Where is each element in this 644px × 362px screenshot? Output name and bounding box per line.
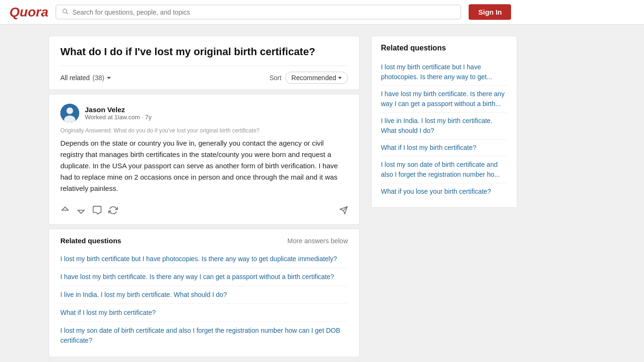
sort-button[interactable]: Recommended (285, 72, 348, 84)
sidebar-title: Related questions (381, 44, 507, 52)
svg-point-3 (66, 107, 73, 114)
related-inline-card: Related questions More answers below I l… (49, 229, 360, 357)
related-link-1[interactable]: I lost my birth certificate but I have p… (60, 250, 348, 268)
sidebar-card: Related questions I lost my birth certif… (371, 36, 517, 208)
more-answers-below: More answers below (288, 237, 348, 245)
related-link-3[interactable]: I live in India. I lost my birth certifi… (60, 286, 348, 304)
sort-chevron-icon (338, 77, 342, 79)
sign-in-button[interactable]: Sign In (469, 4, 511, 20)
filter-bar: All related (38) Sort Recommended (60, 66, 348, 90)
action-bar (60, 201, 348, 215)
all-related-filter[interactable]: All related (38) (60, 74, 111, 82)
action-left (60, 206, 118, 215)
sidebar-link-2[interactable]: I have lost my birth certificate. Is the… (381, 86, 507, 113)
related-link-5[interactable]: I lost my son date of birth certificate … (60, 322, 348, 349)
downvote-icon[interactable] (76, 206, 86, 215)
related-link-2[interactable]: I have lost my birth certificate. Is the… (60, 268, 348, 286)
answer-count: (38) (92, 74, 104, 82)
author-info: Jason Velez Worked at 1law.com · 7y (85, 106, 151, 121)
main-content: What do I do if I've lost my original bi… (49, 36, 360, 362)
chevron-down-icon (107, 77, 111, 79)
sort-label: Sort (269, 74, 281, 82)
originally-answered: Originally Answered: What do you do if y… (60, 127, 348, 134)
share-icon[interactable] (92, 206, 102, 215)
answer-text: Depends on the state or country you live… (60, 138, 348, 194)
svg-point-0 (63, 9, 67, 13)
sidebar-link-3[interactable]: I live in India. I lost my birth certifi… (381, 113, 507, 140)
svg-line-1 (66, 13, 68, 14)
sidebar-link-6[interactable]: What if you lose your birth certificate? (381, 183, 507, 200)
sidebar-link-1[interactable]: I lost my birth certificate but I have p… (381, 59, 507, 86)
more-icon[interactable] (108, 206, 118, 215)
question-card: What do I do if I've lost my original bi… (49, 36, 360, 90)
quora-logo[interactable]: Quora (9, 5, 48, 20)
sort-area: Sort Recommended (269, 72, 348, 84)
all-related-label: All related (60, 74, 90, 82)
header: Quora Sign In (0, 0, 644, 25)
page-layout: What do I do if I've lost my original bi… (39, 36, 605, 362)
related-link-4[interactable]: What if I lost my birth certificate? (60, 304, 348, 322)
author-bio: Worked at 1law.com · 7y (85, 114, 151, 121)
related-inline-title: Related questions (60, 237, 121, 245)
sidebar: Related questions I lost my birth certif… (371, 36, 517, 362)
related-inline-header: Related questions More answers below (60, 237, 348, 245)
avatar-jason (60, 104, 79, 123)
sort-value: Recommended (291, 74, 336, 82)
search-input[interactable] (72, 8, 455, 16)
answer-card-1: Jason Velez Worked at 1law.com · 7y Orig… (49, 94, 360, 225)
share-arrow-icon[interactable] (339, 206, 348, 214)
author-name[interactable]: Jason Velez (85, 106, 151, 114)
search-icon (62, 8, 68, 16)
question-title: What do I do if I've lost my original bi… (60, 46, 348, 58)
sidebar-link-5[interactable]: I lost my son date of birth certificate … (381, 156, 507, 183)
search-bar (56, 5, 461, 19)
sidebar-link-4[interactable]: What if I lost my birth certificate? (381, 140, 507, 156)
upvote-icon[interactable] (60, 206, 70, 215)
author-row: Jason Velez Worked at 1law.com · 7y (60, 104, 348, 123)
